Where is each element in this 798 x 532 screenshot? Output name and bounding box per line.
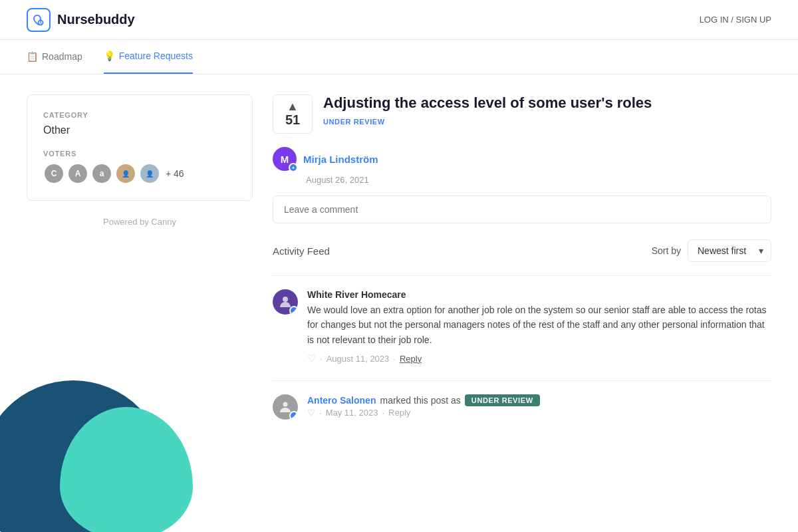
nav-item-roadmap[interactable]: 📋 Roadmap xyxy=(27,40,82,74)
comment-author-whiteriver: White River Homecare xyxy=(307,289,771,300)
comment-input[interactable] xyxy=(273,196,771,223)
status-meta-antero: ♡ · May 11, 2023 · Reply xyxy=(307,408,771,418)
post-title: Adjusting the access level of some user'… xyxy=(323,94,771,112)
nav-label-roadmap: Roadmap xyxy=(42,51,82,62)
sidebar-card: CATEGORY Other VOTERS C A a 👤 👤 + 46 xyxy=(27,94,253,201)
header: Nursebuddy LOG IN / SIGN UP xyxy=(0,0,798,40)
vote-box[interactable]: ▲ 51 xyxy=(273,94,313,134)
voters-label: VOTERS xyxy=(43,150,236,158)
sort-wrapper: Newest first Oldest first xyxy=(688,239,771,262)
comment-date-whiteriver: August 11, 2023 xyxy=(327,354,390,364)
post-status-badge: UNDER REVIEW xyxy=(323,118,385,126)
reply-button-whiteriver[interactable]: Reply xyxy=(400,354,422,364)
feature-requests-icon: 💡 xyxy=(104,51,115,61)
divider-2 xyxy=(273,380,771,381)
status-date-antero: May 11, 2023 xyxy=(326,408,378,418)
author-initial: M xyxy=(281,154,289,165)
voter-avatar-img2: 👤 xyxy=(139,163,160,184)
circle-teal xyxy=(60,407,193,532)
activity-header: Activity Feed Sort by Newest first Oldes… xyxy=(273,239,771,262)
voters-row: C A a 👤 👤 + 46 xyxy=(43,163,236,184)
comment-avatar-whiteriver xyxy=(273,289,298,315)
voter-avatar-img1: 👤 xyxy=(115,163,136,184)
app-title: Nursebuddy xyxy=(57,12,135,27)
comment-avatar-badge-icon xyxy=(289,306,298,315)
status-avatar-badge-icon xyxy=(289,411,298,420)
decorative-circles xyxy=(0,321,226,532)
under-review-badge: UNDER REVIEW xyxy=(465,394,540,406)
logo-area: Nursebuddy xyxy=(27,8,135,32)
post-header: ▲ 51 Adjusting the access level of some … xyxy=(273,94,771,134)
status-item-antero: Antero Salonen marked this post as UNDER… xyxy=(273,394,771,420)
comment-meta-whiteriver: ♡ · August 11, 2023 · Reply xyxy=(307,352,771,364)
comment-item-whiteriver: White River Homecare We would love an ex… xyxy=(273,289,771,364)
voter-avatar-a: A xyxy=(67,163,88,184)
svg-point-2 xyxy=(283,402,288,407)
author-badge-icon: + xyxy=(289,163,298,172)
author-date: August 26, 2021 xyxy=(306,175,771,185)
post-title-area: Adjusting the access level of some user'… xyxy=(323,94,771,126)
svg-point-1 xyxy=(283,297,288,302)
category-value: Other xyxy=(43,124,236,136)
heart-icon-antero[interactable]: ♡ xyxy=(307,408,315,418)
main-nav: 📋 Roadmap 💡 Feature Requests xyxy=(0,40,798,74)
main-content: CATEGORY Other VOTERS C A a 👤 👤 + 46 Pow… xyxy=(0,74,798,532)
dot-4: · xyxy=(382,408,384,418)
roadmap-icon: 📋 xyxy=(27,51,38,62)
author-name[interactable]: Mirja Lindström xyxy=(303,154,378,165)
nav-label-feature-requests: Feature Requests xyxy=(119,51,193,61)
author-row: M + Mirja Lindström xyxy=(273,147,771,171)
activity-feed-label: Activity Feed xyxy=(273,245,330,257)
reply-button-antero[interactable]: Reply xyxy=(388,408,410,418)
comment-body-whiteriver: White River Homecare We would love an ex… xyxy=(307,289,771,364)
dot-3: · xyxy=(319,408,322,418)
dot-2: · xyxy=(393,354,396,364)
nav-item-feature-requests[interactable]: 💡 Feature Requests xyxy=(104,40,193,74)
status-body-antero: Antero Salonen marked this post as UNDER… xyxy=(307,394,771,418)
upvote-arrow-icon[interactable]: ▲ xyxy=(287,100,299,112)
circle-big xyxy=(0,380,166,532)
powered-by: Powered by Canny xyxy=(27,217,253,227)
status-avatar-antero xyxy=(273,394,298,420)
auth-button[interactable]: LOG IN / SIGN UP xyxy=(700,15,771,25)
logo-icon xyxy=(27,8,51,32)
divider xyxy=(273,275,771,276)
dot-1: · xyxy=(320,354,323,364)
status-action-antero: marked this post as xyxy=(380,395,460,406)
heart-icon-whiteriver[interactable]: ♡ xyxy=(307,352,316,364)
author-avatar: M + xyxy=(273,147,297,171)
voter-count: + 46 xyxy=(166,168,184,179)
status-author-antero[interactable]: Antero Salonen xyxy=(307,395,376,406)
sort-area: Sort by Newest first Oldest first xyxy=(652,239,771,262)
voter-avatar-c: C xyxy=(43,163,65,184)
sort-by-label: Sort by xyxy=(652,245,681,256)
vote-count: 51 xyxy=(285,112,300,128)
voter-avatar-aa: a xyxy=(91,163,112,184)
content-area: ▲ 51 Adjusting the access level of some … xyxy=(273,94,771,520)
comment-text-whiteriver: We would love an extra option for anothe… xyxy=(307,303,771,347)
sidebar: CATEGORY Other VOTERS C A a 👤 👤 + 46 Pow… xyxy=(27,94,253,520)
sort-select[interactable]: Newest first Oldest first xyxy=(688,239,771,262)
category-label: CATEGORY xyxy=(43,111,236,119)
